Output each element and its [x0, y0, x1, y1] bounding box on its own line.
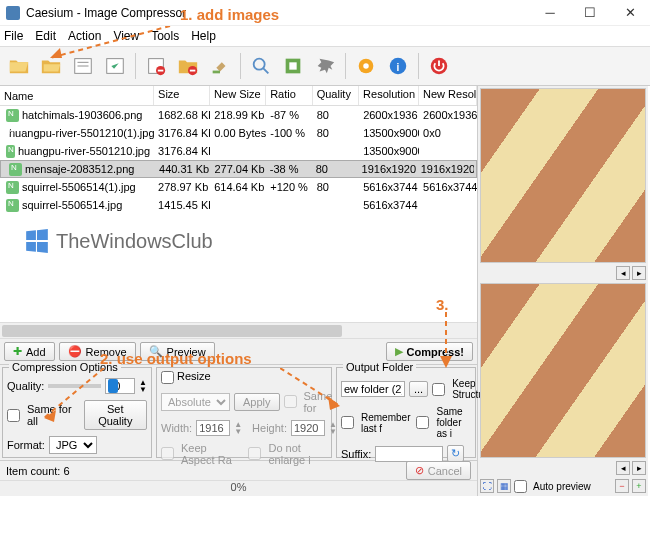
- output-path-input[interactable]: [341, 381, 405, 397]
- watermark: TheWindowsClub: [24, 228, 213, 254]
- menu-tools[interactable]: Tools: [151, 29, 179, 43]
- quality-spinner[interactable]: ▲▼: [139, 379, 147, 393]
- file-list[interactable]: hatchimals-1903606.png1682.68 Kb218.99 K…: [0, 106, 477, 214]
- scroll-right-icon[interactable]: ▸: [632, 266, 646, 280]
- maximize-button[interactable]: ☐: [570, 0, 610, 26]
- keep-structure-checkbox[interactable]: [432, 383, 445, 396]
- table-row[interactable]: hatchimals-1903606.png1682.68 Kb218.99 K…: [0, 106, 477, 124]
- col-name[interactable]: Name: [0, 86, 154, 105]
- settings-icon[interactable]: [310, 51, 340, 81]
- table-row[interactable]: huangpu-river-5501210.jpg3176.84 Kb13500…: [0, 142, 477, 160]
- menu-file[interactable]: File: [4, 29, 23, 43]
- quality-slider[interactable]: [48, 384, 101, 388]
- remove-button[interactable]: ⛔Remove: [59, 342, 136, 361]
- resize-group: Resize Absolute Apply Same for Width: ▲▼…: [156, 367, 332, 458]
- col-quality[interactable]: Quality: [313, 86, 359, 105]
- add-button[interactable]: ✚Add: [4, 342, 55, 361]
- output-folder-group: Output Folder ... Keep Structure Remembe…: [336, 367, 476, 458]
- compress-button[interactable]: ▶Compress!: [386, 342, 473, 361]
- minimize-button[interactable]: ─: [530, 0, 570, 26]
- preview-button[interactable]: 🔍Preview: [140, 342, 215, 361]
- menubar: File Edit Action View Tools Help: [0, 26, 650, 46]
- resize-checkbox[interactable]: [161, 371, 174, 384]
- svg-line-11: [263, 68, 269, 74]
- svg-rect-9: [213, 71, 220, 74]
- height-input[interactable]: [291, 420, 325, 436]
- zoom-in-icon[interactable]: +: [632, 479, 646, 493]
- table-row[interactable]: squirrel-5506514(1).jpg278.97 Kb614.64 K…: [0, 178, 477, 196]
- reset-suffix-button[interactable]: ↻: [447, 445, 464, 462]
- svg-point-14: [363, 63, 369, 69]
- svg-text:i: i: [397, 62, 400, 73]
- col-size[interactable]: Size: [154, 86, 210, 105]
- same-for-checkbox[interactable]: [284, 395, 297, 408]
- menu-action[interactable]: Action: [68, 29, 101, 43]
- zoom-out-icon[interactable]: −: [615, 479, 629, 493]
- table-row[interactable]: huangpu-river-5501210(1).jpg3176.84 Kb0.…: [0, 124, 477, 142]
- compression-options-group: Compression Options Quality: ▲▼ Same for…: [2, 367, 152, 458]
- remove-folder-icon[interactable]: [173, 51, 203, 81]
- menu-view[interactable]: View: [113, 29, 139, 43]
- titlebar: Caesium - Image Compressor ─ ☐ ✕: [0, 0, 650, 26]
- keep-aspect-checkbox[interactable]: [161, 447, 174, 460]
- toolbar: i: [0, 46, 650, 86]
- gear-icon[interactable]: [351, 51, 381, 81]
- menu-help[interactable]: Help: [191, 29, 216, 43]
- fit-icon[interactable]: ⛶: [480, 479, 494, 493]
- svg-rect-6: [158, 70, 164, 72]
- power-icon[interactable]: [424, 51, 454, 81]
- col-newsize[interactable]: New Size: [210, 86, 266, 105]
- cancel-button[interactable]: ⊘Cancel: [406, 461, 471, 480]
- svg-rect-8: [190, 70, 196, 72]
- clear-list-icon[interactable]: [205, 51, 235, 81]
- col-ratio[interactable]: Ratio: [266, 86, 312, 105]
- actual-size-icon[interactable]: ▦: [497, 479, 511, 493]
- save-list-icon[interactable]: [100, 51, 130, 81]
- scroll-right-icon-2[interactable]: ▸: [632, 461, 646, 475]
- preview-icon[interactable]: [246, 51, 276, 81]
- resize-mode-select[interactable]: Absolute: [161, 393, 230, 411]
- format-label: Format:: [7, 439, 45, 451]
- progress-bar: 0%: [0, 480, 477, 496]
- quality-label: Quality:: [7, 380, 44, 392]
- open-file-icon[interactable]: [4, 51, 34, 81]
- browse-button[interactable]: ...: [409, 381, 428, 397]
- menu-edit[interactable]: Edit: [35, 29, 56, 43]
- horizontal-scrollbar[interactable]: [0, 322, 477, 338]
- remove-item-icon[interactable]: [141, 51, 171, 81]
- no-enlarge-checkbox[interactable]: [248, 447, 261, 460]
- same-folder-checkbox[interactable]: [416, 416, 429, 429]
- same-for-all-checkbox[interactable]: [7, 409, 20, 422]
- width-input[interactable]: [196, 420, 230, 436]
- open-folder-icon[interactable]: [36, 51, 66, 81]
- col-newresolution[interactable]: New Resoluti: [419, 86, 477, 105]
- open-list-icon[interactable]: [68, 51, 98, 81]
- table-row[interactable]: mensaje-2083512.png440.31 Kb277.04 Kb-38…: [0, 160, 477, 178]
- apply-button[interactable]: Apply: [234, 393, 280, 411]
- item-count: Item count: 6: [6, 465, 70, 477]
- app-icon: [6, 6, 20, 20]
- set-quality-button[interactable]: Set Quality: [84, 400, 147, 430]
- preview-original: [480, 88, 646, 263]
- auto-preview-checkbox[interactable]: [514, 480, 527, 493]
- compress-icon[interactable]: [278, 51, 308, 81]
- scroll-left-icon-2[interactable]: ◂: [616, 461, 630, 475]
- remember-last-checkbox[interactable]: [341, 416, 354, 429]
- preview-compressed: [480, 283, 646, 458]
- col-resolution[interactable]: Resolution: [359, 86, 419, 105]
- info-icon[interactable]: i: [383, 51, 413, 81]
- suffix-input[interactable]: [375, 446, 443, 462]
- table-row[interactable]: squirrel-5506514.jpg1415.45 Kb5616x3744: [0, 196, 477, 214]
- scroll-left-icon[interactable]: ◂: [616, 266, 630, 280]
- list-header: Name Size New Size Ratio Quality Resolut…: [0, 86, 477, 106]
- format-select[interactable]: JPG: [49, 436, 97, 454]
- window-title: Caesium - Image Compressor: [26, 6, 530, 20]
- close-button[interactable]: ✕: [610, 0, 650, 26]
